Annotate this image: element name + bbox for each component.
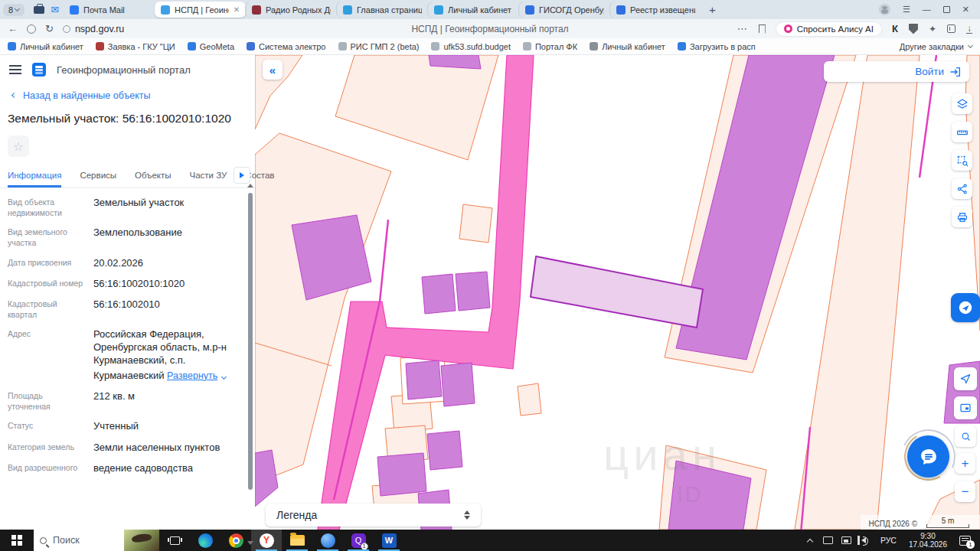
attribute-label: Вид земельного участка	[8, 226, 86, 248]
taskbar-search[interactable]: Поиск	[34, 530, 159, 551]
map-parcel[interactable]	[441, 363, 475, 406]
map-parcel[interactable]	[422, 274, 456, 314]
taskbar-app-blue[interactable]	[312, 530, 343, 551]
url-field[interactable]: nspd.gov.ru	[63, 24, 124, 34]
map-parcel[interactable]	[518, 383, 541, 416]
map-parcel[interactable]	[377, 453, 426, 496]
browser-tab[interactable]: Радио Родных Дорог слу ✕	[246, 2, 337, 18]
bookmark-item[interactable]: Загрузить в расп	[678, 42, 756, 51]
downloads-icon[interactable]: ↓	[966, 24, 972, 34]
blue-app-icon	[321, 533, 335, 548]
browser-tab[interactable]: Личный кабинет ✕	[428, 2, 519, 18]
search-highlight-image[interactable]	[124, 530, 159, 551]
site-mode-icon[interactable]	[27, 24, 36, 34]
scroll-up-icon[interactable]	[247, 184, 253, 187]
search-on-map-button[interactable]	[955, 425, 976, 447]
map-parcel[interactable]	[427, 431, 462, 470]
taskbar-app-yandex[interactable]: Y	[251, 530, 282, 551]
panel-scrollbar[interactable]	[247, 187, 253, 523]
taskbar-app-chrome[interactable]	[220, 530, 251, 551]
bookmark-item[interactable]: ufk53.sufd.budget	[431, 42, 510, 51]
refresh-icon[interactable]: ↻	[45, 24, 54, 34]
map-parcel[interactable]	[335, 55, 498, 160]
taskbar-app-explorer[interactable]	[282, 530, 312, 551]
zoom-in-button[interactable]: +	[955, 453, 975, 474]
browser-tab[interactable]: НСПД | Геоинформаци ✕	[155, 2, 246, 18]
bookmark-item[interactable]: Система электро	[247, 42, 325, 51]
task-view-button[interactable]	[159, 530, 190, 551]
browser-tab[interactable]: Главная страница ✕	[337, 2, 428, 18]
assistant-button[interactable]	[951, 293, 980, 322]
tabs-overflow-button[interactable]	[234, 167, 250, 184]
menu-icon[interactable]	[9, 65, 21, 74]
bookmark-item[interactable]: Портал ФК	[523, 42, 577, 51]
back-icon[interactable]: ←	[8, 24, 18, 34]
browser-tab[interactable]: ГИСОГД Оренбургской о ✕	[519, 2, 610, 18]
favorite-star-button[interactable]: ☆	[8, 135, 29, 157]
minimize-button[interactable]: —	[923, 5, 931, 14]
taskbar-app-edge[interactable]	[190, 530, 220, 551]
chat-support-button[interactable]	[907, 435, 949, 478]
taskbar-app-word[interactable]: W	[374, 530, 404, 551]
file-explorer-icon	[290, 535, 305, 546]
bookmark-item[interactable]: Заявка - ГКУ "ЦИ	[96, 42, 175, 51]
action-center-button[interactable]: 1	[959, 536, 971, 546]
measure-button[interactable]	[952, 122, 972, 142]
tab-counter-button[interactable]: 8	[3, 4, 24, 16]
bookmark-icon[interactable]	[759, 24, 766, 34]
more-icon[interactable]: ⋯	[737, 23, 748, 34]
overview-map-button[interactable]	[954, 396, 977, 419]
alice-ai-button[interactable]: Спросить Алису AI	[776, 22, 881, 36]
map-canvas[interactable]: цианID « Войти	[255, 55, 980, 530]
my-location-button[interactable]	[954, 367, 977, 390]
browser-menu-icon[interactable]: ☰	[903, 5, 910, 14]
back-to-results-link[interactable]: Назад в найденные объекты	[23, 90, 150, 101]
panel-tab[interactable]: Сервисы	[80, 165, 116, 187]
select-area-button[interactable]	[952, 150, 972, 171]
expand-link[interactable]: Развернуть	[167, 370, 217, 383]
collapse-panel-button[interactable]: «	[263, 60, 283, 80]
map-parcel[interactable]	[406, 360, 442, 399]
print-button[interactable]	[952, 207, 972, 227]
legend-bar[interactable]: Легенда	[266, 504, 481, 527]
volume-icon[interactable]	[856, 537, 874, 543]
protect-shield-icon[interactable]	[909, 24, 918, 34]
profile-avatar[interactable]	[879, 4, 890, 15]
map-parcel[interactable]	[456, 272, 490, 311]
panel-tab[interactable]: Объекты	[135, 165, 171, 187]
map-parcel[interactable]	[459, 204, 492, 243]
bookmark-item[interactable]: РИС ГМП 2 (beta)	[338, 42, 420, 51]
close-window-button[interactable]: ✕	[962, 5, 969, 14]
browser-tab[interactable]: Почта Mail ✕	[64, 2, 155, 18]
display-icon[interactable]	[819, 536, 838, 544]
map-parcel[interactable]	[292, 215, 371, 300]
restore-button[interactable]	[943, 6, 950, 13]
workspace-icon[interactable]	[34, 6, 44, 14]
start-button[interactable]	[0, 530, 34, 551]
mail-icon[interactable]: ✉	[51, 4, 59, 15]
login-bar[interactable]: Войти	[824, 61, 969, 82]
zoom-out-button[interactable]: −	[955, 481, 975, 502]
map-parcel-selected[interactable]	[531, 256, 703, 328]
scroll-down-icon[interactable]	[247, 541, 253, 545]
clock[interactable]: 9:30 17.04.2026	[903, 532, 953, 549]
layers-button[interactable]	[952, 93, 972, 114]
new-tab-button[interactable]: +	[701, 3, 724, 16]
bookmark-item[interactable]: Личный кабинет	[590, 42, 665, 51]
extensions-icon[interactable]: ✦	[929, 24, 936, 34]
other-bookmarks-button[interactable]: Другие закладки	[900, 42, 972, 51]
network-icon[interactable]	[838, 536, 856, 544]
collections-icon[interactable]	[947, 24, 956, 33]
kinopoisk-icon[interactable]: К	[892, 23, 898, 34]
taskbar-app-purple[interactable]: Q1	[343, 530, 374, 551]
browser-tab[interactable]: Реестр извещений ✕	[610, 2, 701, 18]
panel-tab[interactable]: Части ЗУ	[190, 165, 227, 187]
language-indicator[interactable]: РУС	[874, 536, 903, 545]
scrollbar-thumb[interactable]	[248, 193, 253, 490]
panel-tab[interactable]: Информация	[8, 165, 61, 187]
bookmark-item[interactable]: Личный кабинет	[8, 42, 83, 51]
close-icon[interactable]: ✕	[234, 5, 240, 14]
share-button[interactable]	[952, 178, 972, 199]
hidden-icons-button[interactable]	[801, 537, 819, 544]
bookmark-item[interactable]: GeoMeta	[188, 42, 234, 51]
